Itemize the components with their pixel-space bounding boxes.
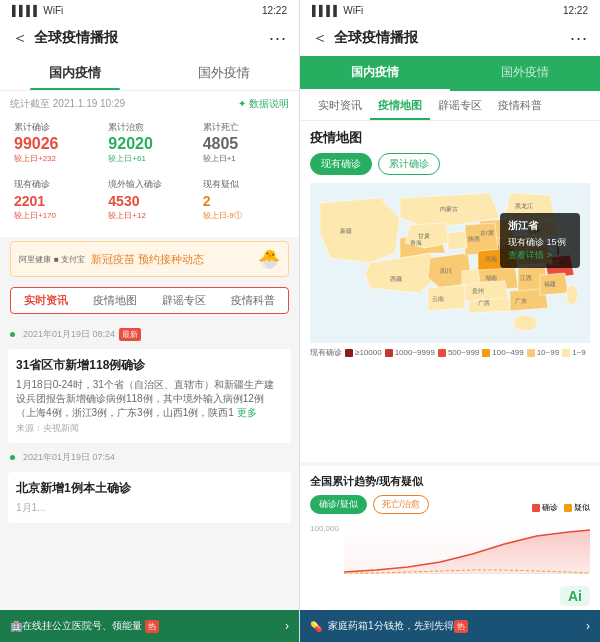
- right-tab-overseas[interactable]: 国外疫情: [450, 56, 600, 91]
- right-header-left: ＜ 全球疫情播报: [312, 28, 418, 49]
- stat-active-change: 较上日+170: [14, 210, 96, 221]
- svg-text:河南: 河南: [485, 256, 497, 262]
- right-sub-tab-rumor[interactable]: 辟谣专区: [430, 91, 490, 120]
- news-source-1: 来源：央视新闻: [16, 422, 283, 435]
- legend-item-6: 1~9: [562, 348, 586, 357]
- stat-confirmed-label: 累计确诊: [14, 121, 96, 134]
- right-sub-tab-science[interactable]: 疫情科普: [490, 91, 550, 120]
- right-wifi-icon: WiFi: [343, 5, 363, 16]
- stat-deaths-value: 4805: [203, 136, 285, 152]
- map-tab-cumulative[interactable]: 累计确诊: [378, 153, 440, 175]
- left-status-left: ▌▌▌▌ WiFi: [12, 5, 63, 16]
- stat-imported-value: 4530: [108, 193, 190, 209]
- svg-text:福建: 福建: [544, 281, 556, 287]
- sub-tab-science[interactable]: 疫情科普: [219, 288, 288, 313]
- left-header-left: ＜ 全球疫情播报: [12, 28, 118, 49]
- map-tab-active[interactable]: 现有确诊: [310, 153, 372, 175]
- svg-text:京/冀: 京/冀: [480, 229, 494, 236]
- stat-active: 现有确诊 2201 较上日+170: [10, 174, 100, 225]
- stat-imported-change: 较上日+12: [108, 210, 190, 221]
- left-bottom-banner[interactable]: 🏥 在线挂公立医院号、领能量 热 ›: [0, 610, 299, 642]
- aliyun-logo: 阿里健康: [19, 254, 51, 265]
- legend-text-6: 1~9: [572, 348, 586, 357]
- news-title-1: 31省区市新增118例确诊: [16, 357, 283, 374]
- sub-tab-map[interactable]: 疫情地图: [80, 288, 149, 313]
- legend-label: 现有确诊: [310, 347, 342, 358]
- stat-deaths-label: 累计死亡: [203, 121, 285, 134]
- left-status-bar: ▌▌▌▌ WiFi 12:22: [0, 0, 299, 20]
- map-section: 疫情地图 现有确诊 累计确诊: [300, 121, 600, 462]
- divider-dot-2: [10, 455, 15, 460]
- more-button[interactable]: ···: [269, 28, 287, 49]
- map-tabs: 现有确诊 累计确诊: [310, 153, 590, 175]
- vaccine-banner[interactable]: 阿里健康 ■ 支付宝 新冠疫苗 预约接种动态 🐣: [10, 241, 289, 277]
- legend-dot-2: [385, 349, 393, 357]
- legend-dot-4: [482, 349, 490, 357]
- svg-text:黑龙江: 黑龙江: [515, 203, 533, 209]
- stats-header: 统计截至 2021.1.19 10:29 ✦ 数据说明: [10, 97, 289, 111]
- stat-recovered-change: 较上日+61: [108, 153, 190, 164]
- left-page-title: 全球疫情播报: [34, 29, 118, 47]
- legend-dot-5: [527, 349, 535, 357]
- stats-date: 统计截至 2021.1.19 10:29: [10, 97, 125, 111]
- right-status-left: ▌▌▌▌ WiFi: [312, 5, 363, 16]
- trend-legend-dot-confirmed: [532, 504, 540, 512]
- tab-overseas[interactable]: 国外疫情: [150, 56, 300, 90]
- stat-imported-label: 境外输入确诊: [108, 178, 190, 191]
- left-tab-bar: 国内疫情 国外疫情: [0, 56, 299, 91]
- stat-active-value: 2201: [14, 193, 96, 209]
- news-card-1[interactable]: 31省区市新增118例确诊 1月18日0-24时，31个省（自治区、直辖市）和新…: [8, 349, 291, 443]
- right-sub-tab-news[interactable]: 实时资讯: [310, 91, 370, 120]
- svg-text:云南: 云南: [432, 296, 444, 302]
- tooltip-link[interactable]: 查看详情 >: [508, 249, 572, 262]
- right-back-button[interactable]: ＜: [312, 28, 328, 49]
- news-more-1[interactable]: 更多: [237, 407, 257, 418]
- right-bottom-hot: 热: [454, 620, 468, 633]
- ai-label[interactable]: Ai: [560, 586, 590, 606]
- wifi-icon: WiFi: [43, 5, 63, 16]
- svg-text:新疆: 新疆: [340, 227, 352, 234]
- svg-text:甘肃: 甘肃: [418, 233, 430, 239]
- trend-tab-deaths[interactable]: 死亡/治愈: [373, 495, 430, 514]
- news-section: 2021年01月19日 08:24 最新 31省区市新增118例确诊 1月18日…: [0, 320, 299, 610]
- stat-recovered-label: 累计治愈: [108, 121, 190, 134]
- news-title-2: 北京新增1例本土确诊: [16, 480, 283, 497]
- svg-text:青海: 青海: [410, 240, 422, 246]
- map-legend: 现有确诊 ≥10000 1000~9999 500~999 100~499 10…: [310, 347, 590, 358]
- right-more-button[interactable]: ···: [570, 28, 588, 49]
- legend-text-2: 1000~9999: [395, 348, 435, 357]
- trend-tabs: 确诊/疑似 死亡/治愈: [310, 495, 429, 514]
- svg-point-2: [566, 285, 578, 305]
- left-status-right: 12:22: [262, 5, 287, 16]
- svg-text:内蒙古: 内蒙古: [440, 206, 458, 212]
- map-tooltip: 浙江省 现有确诊 15例 查看详情 >: [500, 213, 580, 268]
- data-explanation-link[interactable]: ✦ 数据说明: [238, 97, 289, 111]
- stat-suspected: 现有疑似 2 较上日-9①: [199, 174, 289, 225]
- trend-chart-area: 100,000: [310, 524, 590, 574]
- sub-tab-rumor[interactable]: 辟谣专区: [150, 288, 219, 313]
- news-card-2[interactable]: 北京新增1例本土确诊 1月1...: [8, 472, 291, 523]
- news-badge-1: 最新: [119, 328, 141, 341]
- tab-domestic[interactable]: 国内疫情: [0, 56, 150, 90]
- right-header: ＜ 全球疫情播报 ···: [300, 20, 600, 56]
- stat-suspected-change: 较上日-9①: [203, 210, 285, 221]
- trend-legend-suspected: 疑似: [564, 502, 590, 513]
- trend-legend-text-confirmed: 确诊: [542, 502, 558, 513]
- svg-text:四川: 四川: [440, 268, 452, 274]
- sub-tab-news[interactable]: 实时资讯: [11, 288, 80, 313]
- legend-item-3: 500~999: [438, 348, 479, 357]
- stat-recovered-value: 92020: [108, 136, 190, 152]
- right-sub-tab-bar: 实时资讯 疫情地图 辟谣专区 疫情科普: [300, 91, 600, 121]
- right-tab-domestic[interactable]: 国内疫情: [300, 56, 450, 91]
- legend-item-5: 10~99: [527, 348, 559, 357]
- right-sub-tab-map[interactable]: 疫情地图: [370, 91, 430, 120]
- vaccine-text: 新冠疫苗 预约接种动态: [91, 252, 204, 267]
- back-button[interactable]: ＜: [12, 28, 28, 49]
- legend-text-3: 500~999: [448, 348, 479, 357]
- banner-arrow: ›: [285, 619, 289, 633]
- right-bottom-banner[interactable]: 💊 家庭药箱1分钱抢，先到先得 热 ›: [300, 610, 600, 642]
- news-content-1: 1月18日0-24时，31个省（自治区、直辖市）和新疆生产建设兵团报告新增确诊病…: [16, 378, 283, 420]
- stat-imported: 境外输入确诊 4530 较上日+12: [104, 174, 194, 225]
- trend-tab-confirmed[interactable]: 确诊/疑似: [310, 495, 367, 514]
- legend-item-1: ≥10000: [345, 348, 382, 357]
